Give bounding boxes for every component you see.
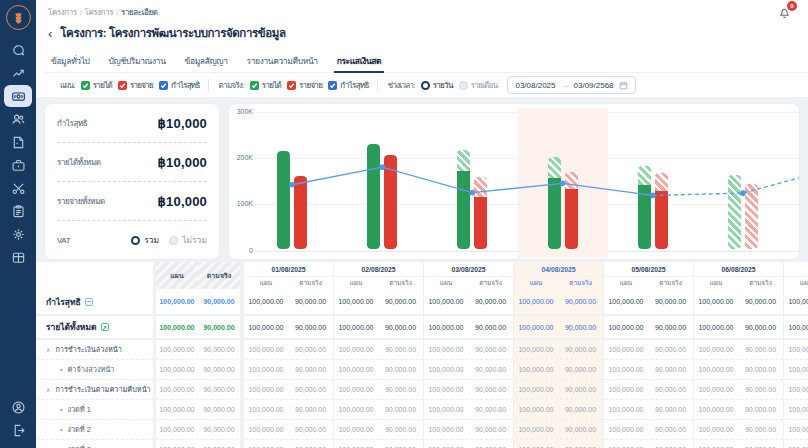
sidebar-item-briefcase[interactable]	[4, 154, 32, 176]
cell-actual: 90,000.00	[738, 380, 783, 399]
table-row-7[interactable]: •งวดที่ 3100,000.0090,000.00100,000.0090…	[36, 440, 808, 448]
back-button[interactable]: ‹	[48, 27, 52, 40]
cell-plan: 100,000.00	[333, 289, 378, 314]
summary-actual-value: 90,000.00	[198, 316, 243, 338]
cell-plan: 100,000.00	[333, 400, 378, 419]
date-group-header: แผนตามจริง	[783, 262, 808, 289]
sidebar-item-clipboard[interactable]	[4, 200, 32, 222]
cell-actual: 90,000.00	[288, 360, 333, 379]
sidebar-item-gear[interactable]	[4, 223, 32, 245]
cell-plan: 100,000.00	[783, 340, 808, 359]
table-row-4[interactable]: ∧การชำระเงินตามความคืบหน้า100,000.0090,0…	[36, 380, 808, 400]
sidebar-item-trend[interactable]	[4, 62, 32, 84]
checkbox-รายจ่าย[interactable]: รายจ่าย	[118, 79, 153, 92]
cell-plan: 100,000.00	[603, 380, 648, 399]
collapse-icon[interactable]: ∧	[46, 386, 50, 393]
cell-plan: 100,000.00	[423, 360, 468, 379]
cell-plan: 100,000.00	[243, 316, 288, 338]
sidebar-item-users[interactable]	[4, 108, 32, 130]
sidebar-item-calendar[interactable]	[4, 246, 32, 268]
date-group-header: 06/08/2025แผนตามจริง	[693, 262, 783, 289]
cell-actual: 90,000.00	[558, 340, 603, 359]
table-row-3[interactable]: •ค่าจ้างล่วงหน้า100,000.0090,000.00100,0…	[36, 360, 808, 380]
table-row-5[interactable]: •งวดที่ 1100,000.0090,000.00100,000.0090…	[36, 400, 808, 420]
cell-plan: 100,000.00	[243, 289, 288, 314]
date-group-header: 01/08/2025แผนตามจริง	[243, 262, 333, 289]
sub-header-actual: ตามจริง	[738, 276, 783, 289]
cell-plan: 100,000.00	[513, 400, 558, 419]
checkbox-รายได้[interactable]: รายได้	[250, 79, 281, 92]
tab-2[interactable]: ข้อมูลสัญญา	[182, 50, 231, 72]
cell-actual: 90,000.00	[288, 380, 333, 399]
cell-plan: 100,000.00	[333, 340, 378, 359]
gear-icon	[11, 227, 26, 242]
sidebar-item-logout[interactable]	[4, 419, 32, 441]
date-label: 05/08/2025	[603, 262, 693, 276]
summary-row: รายได้ทั้งหมด฿10,000	[57, 143, 207, 182]
cell-plan: 100,000.00	[333, 380, 378, 399]
checkbox-รายจ่าย[interactable]: รายจ่าย	[287, 79, 322, 92]
cell-actual: 90,000.00	[738, 360, 783, 379]
breadcrumb-item[interactable]: โครงการ	[85, 8, 114, 17]
summary-row: กำไรสุทธิ฿10,000	[57, 104, 207, 143]
cell-actual: 90,000.00	[738, 400, 783, 419]
app-logo[interactable]	[6, 5, 31, 30]
corner-cell	[36, 262, 156, 289]
table-row-0[interactable]: กำไรสุทธิ−100,000.0090,000.00100,000.009…	[36, 289, 808, 316]
sub-header-actual: ตามจริง	[648, 276, 693, 289]
breadcrumb-item[interactable]: โครงการ	[48, 8, 77, 17]
date-label	[783, 262, 808, 276]
cell-plan: 100,000.00	[783, 400, 808, 419]
summary-actual-value: 90,000.00	[198, 289, 243, 314]
checkbox-กำไรสุทธิ[interactable]: กำไรสุทธิ	[328, 79, 369, 92]
summary-row: รายจ่ายทั้งหมด฿10,000	[57, 182, 207, 221]
summary-plan-value: 100,000.00	[156, 360, 198, 379]
cell-actual: 90,000.00	[378, 400, 423, 419]
table-row-2[interactable]: ∧การชำระเงินล่วงหน้า100,000.0090,000.001…	[36, 340, 808, 360]
sidebar-item-chat[interactable]	[4, 39, 32, 61]
radio-icon	[421, 81, 430, 90]
sidebar-item-file[interactable]	[4, 131, 32, 153]
checkbox-กำไรสุทธิ[interactable]: กำไรสุทธิ	[159, 79, 200, 92]
row-label: การชำระเงินล่วงหน้า	[55, 344, 121, 355]
cell-plan: 100,000.00	[693, 400, 738, 419]
vat-option-ไม่รวม[interactable]: ไม่รวม	[169, 233, 207, 247]
tab-0[interactable]: ข้อมูลทั่วไป	[48, 50, 93, 72]
notification-bell[interactable]: 9	[778, 5, 792, 19]
tab-1[interactable]: บัญชีปริมาณงาน	[106, 50, 169, 72]
tab-3[interactable]: รายงานความคืบหน้า	[244, 50, 321, 72]
checkbox-รายได้[interactable]: รายได้	[81, 79, 112, 92]
row-label: การชำระเงินตามความคืบหน้า	[55, 384, 150, 395]
minus-square-icon[interactable]: −	[85, 298, 93, 306]
checkbox-icon	[287, 81, 296, 90]
plan-filter-label: แผน:	[60, 79, 75, 92]
cell-plan: 100,000.00	[333, 420, 378, 439]
cell-plan: 100,000.00	[693, 289, 738, 314]
vat-option-รวม[interactable]: รวม	[131, 233, 159, 247]
cell-plan: 100,000.00	[783, 289, 808, 314]
checkbox-icon	[250, 81, 259, 90]
sidebar-item-cash[interactable]	[4, 85, 32, 107]
checkbox-label: รายได้	[262, 79, 281, 92]
cell-plan: 100,000.00	[603, 360, 648, 379]
sub-header-plan: แผน	[513, 276, 558, 289]
summary-plan-header: แผน	[156, 262, 198, 289]
table-row-1[interactable]: รายได้ทั้งหมด↗100,000.0090,000.00100,000…	[36, 316, 808, 340]
date-range-picker[interactable]: 03/08/2025→03/09/2568	[507, 76, 635, 94]
sidebar-item-tools[interactable]	[4, 177, 32, 199]
period-radio-รายเดือน[interactable]: รายเดือน	[459, 79, 498, 92]
checkbox-label: รายจ่าย	[299, 79, 322, 92]
sidebar-item-user-circle[interactable]	[4, 396, 32, 418]
collapse-icon[interactable]: ∧	[46, 346, 50, 353]
cashflow-table[interactable]: แผนตามจริง01/08/2025แผนตามจริง02/08/2025…	[36, 262, 808, 448]
summary-label: รายได้ทั้งหมด	[57, 156, 101, 169]
page-header: โครงการ/โครงการ/รายละเอียด 9 ‹ โครงการ: …	[36, 0, 808, 97]
row-label: งวดที่ 2	[67, 424, 90, 435]
table-row-6[interactable]: •งวดที่ 2100,000.0090,000.00100,000.0090…	[36, 420, 808, 440]
period-radio-รายวัน[interactable]: รายวัน	[421, 79, 453, 92]
export-icon[interactable]: ↗	[101, 323, 109, 331]
tab-4[interactable]: กระแสเงินสด	[334, 50, 385, 72]
cell-plan: 100,000.00	[693, 360, 738, 379]
radio-label: รายวัน	[433, 79, 453, 92]
cell-plan: 100,000.00	[333, 360, 378, 379]
